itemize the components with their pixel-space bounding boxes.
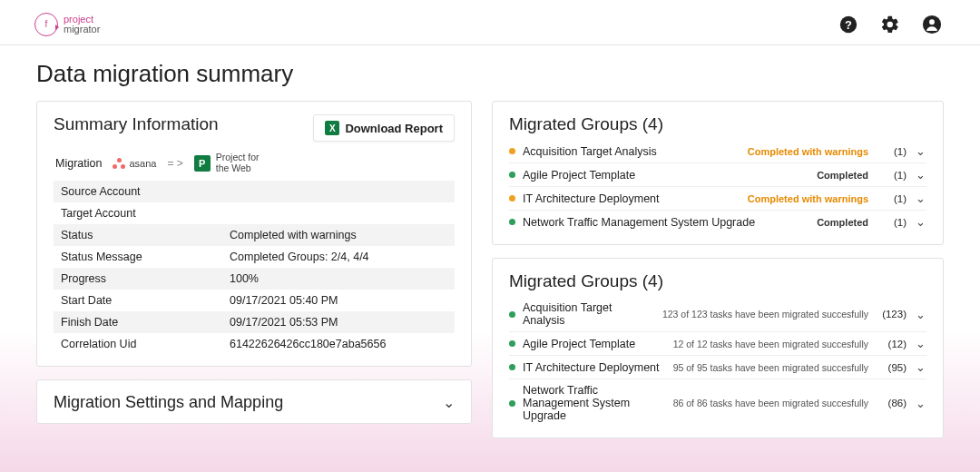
brand-text: project migrator bbox=[64, 15, 100, 34]
target-app: P Project for the Web bbox=[194, 152, 260, 173]
table-row: Status MessageCompleted Groups: 2/4, 4/4 bbox=[54, 246, 455, 268]
table-row: Finish Date09/17/2021 05:53 PM bbox=[54, 311, 455, 333]
group-status: Completed bbox=[817, 170, 868, 181]
asana-icon bbox=[113, 158, 125, 169]
table-row: Correlation Uid61422626426cc180e7aba5656 bbox=[54, 333, 455, 355]
field-key: Start Date bbox=[54, 290, 222, 311]
field-value: Completed with warnings bbox=[222, 224, 455, 246]
group-count: (1) bbox=[876, 193, 906, 204]
status-dot-icon bbox=[509, 148, 515, 154]
status-dot-icon bbox=[509, 219, 515, 225]
account-icon[interactable] bbox=[922, 15, 942, 34]
topbar-actions: ? bbox=[838, 15, 942, 34]
chevron-down-icon: ⌄ bbox=[442, 394, 455, 411]
field-value bbox=[222, 202, 455, 224]
chevron-down-icon[interactable]: ⌄ bbox=[914, 337, 926, 350]
topbar: f project migrator ? bbox=[0, 0, 980, 45]
project-for-web-icon: P bbox=[194, 155, 211, 172]
group-count: (1) bbox=[876, 146, 906, 157]
page-title: Data migration summary bbox=[36, 60, 944, 88]
group-name: IT Architecture Deployment bbox=[523, 361, 666, 374]
migration-flow: Migration asana = > P Project for the We… bbox=[54, 151, 455, 181]
migrated-groups-tasks-card: Migrated Groups (4) Acquisition Target A… bbox=[492, 258, 944, 438]
field-value bbox=[222, 181, 455, 202]
summary-table: Source AccountTarget AccountStatusComple… bbox=[54, 181, 455, 355]
migration-settings-title: Migration Settings and Mapping bbox=[54, 393, 283, 412]
chevron-down-icon[interactable]: ⌄ bbox=[914, 192, 926, 205]
group-name: IT Architecture Deployment bbox=[523, 192, 740, 205]
svg-point-3 bbox=[929, 19, 935, 25]
group-name: Agile Project Template bbox=[523, 338, 666, 350]
group-row[interactable]: Acquisition Target Analysis123 of 123 ta… bbox=[509, 297, 926, 332]
group-row[interactable]: Agile Project TemplateCompleted(1)⌄ bbox=[509, 163, 926, 187]
field-value: 09/17/2021 05:40 PM bbox=[222, 290, 455, 311]
field-key: Progress bbox=[54, 268, 222, 290]
chevron-down-icon[interactable]: ⌄ bbox=[914, 168, 926, 182]
help-icon[interactable]: ? bbox=[838, 15, 858, 34]
group-count: (95) bbox=[876, 362, 906, 373]
group-row[interactable]: IT Architecture Deployment95 of 95 tasks… bbox=[509, 356, 926, 379]
migration-settings-card[interactable]: Migration Settings and Mapping ⌄ bbox=[36, 379, 472, 424]
status-dot-icon bbox=[509, 400, 515, 407]
group-count: (86) bbox=[876, 398, 906, 408]
status-dot-icon bbox=[509, 340, 515, 347]
svg-text:?: ? bbox=[845, 17, 852, 31]
download-report-label: Download Report bbox=[345, 122, 443, 135]
field-key: Correlation Uid bbox=[54, 333, 222, 355]
brand-mark-icon: f bbox=[34, 13, 58, 36]
chevron-down-icon[interactable]: ⌄ bbox=[914, 215, 926, 229]
field-value: Completed Groups: 2/4, 4/4 bbox=[222, 246, 455, 268]
groups-tasks-list: Acquisition Target Analysis123 of 123 ta… bbox=[509, 297, 926, 427]
status-dot-icon bbox=[509, 311, 515, 318]
summary-card: Summary Information X Download Report Mi… bbox=[36, 101, 472, 367]
source-app: asana bbox=[113, 158, 156, 169]
chevron-down-icon[interactable]: ⌄ bbox=[914, 308, 926, 321]
field-key: Status Message bbox=[54, 246, 222, 268]
chevron-down-icon[interactable]: ⌄ bbox=[914, 360, 926, 374]
table-row: Start Date09/17/2021 05:40 PM bbox=[54, 290, 455, 311]
group-count: (1) bbox=[876, 170, 906, 181]
status-dot-icon bbox=[509, 195, 515, 202]
group-count: (123) bbox=[876, 309, 906, 320]
group-row[interactable]: Network Traffic Management System Upgrad… bbox=[509, 211, 926, 233]
field-value: 100% bbox=[222, 268, 455, 290]
migrated-groups-status-card: Migrated Groups (4) Acquisition Target A… bbox=[492, 101, 944, 245]
group-row[interactable]: Network Traffic Management System Upgrad… bbox=[509, 379, 926, 427]
field-key: Source Account bbox=[54, 181, 222, 202]
chevron-down-icon[interactable]: ⌄ bbox=[914, 144, 926, 158]
field-key: Target Account bbox=[54, 202, 222, 224]
download-report-button[interactable]: X Download Report bbox=[313, 114, 455, 142]
group-name: Network Traffic Management System Upgrad… bbox=[523, 216, 809, 229]
group-message: 12 of 12 tasks have been migrated succes… bbox=[673, 339, 868, 349]
summary-title: Summary Information bbox=[54, 114, 219, 134]
group-message: 95 of 95 tasks have been migrated succes… bbox=[673, 362, 868, 373]
arrow-icon: = > bbox=[167, 157, 182, 170]
field-value: 61422626426cc180e7aba5656 bbox=[222, 333, 455, 355]
page-body: Data migration summary Summary Informati… bbox=[0, 45, 980, 438]
group-count: (12) bbox=[876, 339, 906, 349]
group-name: Network Traffic Management System Upgrad… bbox=[523, 384, 666, 422]
group-name: Acquisition Target Analysis bbox=[523, 145, 740, 158]
table-row: Target Account bbox=[54, 202, 455, 224]
table-row: Progress100% bbox=[54, 268, 455, 290]
group-row[interactable]: Agile Project Template12 of 12 tasks hav… bbox=[509, 332, 926, 356]
excel-icon: X bbox=[325, 121, 339, 135]
table-row: StatusCompleted with warnings bbox=[54, 224, 455, 246]
field-key: Finish Date bbox=[54, 311, 222, 333]
groups-status-list: Acquisition Target AnalysisCompleted wit… bbox=[509, 140, 926, 233]
group-status: Completed with warnings bbox=[748, 193, 868, 204]
group-name: Agile Project Template bbox=[523, 169, 809, 182]
group-row[interactable]: IT Architecture DeploymentCompleted with… bbox=[509, 187, 926, 211]
chevron-down-icon[interactable]: ⌄ bbox=[914, 397, 926, 410]
settings-icon[interactable] bbox=[880, 15, 900, 34]
group-count: (1) bbox=[876, 217, 906, 228]
table-row: Source Account bbox=[54, 181, 455, 202]
migrated-groups-title-2: Migrated Groups (4) bbox=[509, 271, 926, 291]
group-message: 86 of 86 tasks have been migrated succes… bbox=[673, 398, 868, 408]
brand-logo[interactable]: f project migrator bbox=[34, 13, 100, 36]
migrated-groups-title-1: Migrated Groups (4) bbox=[509, 114, 926, 134]
group-row[interactable]: Acquisition Target AnalysisCompleted wit… bbox=[509, 140, 926, 163]
group-name: Acquisition Target Analysis bbox=[523, 301, 655, 327]
status-dot-icon bbox=[509, 364, 515, 370]
group-message: 123 of 123 tasks have been migrated succ… bbox=[662, 309, 868, 320]
